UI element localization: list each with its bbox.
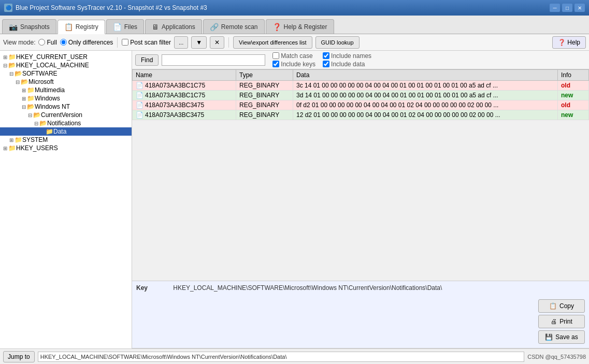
detail-actions: 📋 Copy 🖨 Print 💾 Save as: [538, 299, 585, 344]
cell-name: 📄418A073AA3BC1C75: [133, 91, 236, 100]
folder-icon-windows-nt: 📂: [27, 103, 35, 110]
expand-hku[interactable]: ⊞: [2, 145, 8, 151]
tree-item-notifications[interactable]: ⊟ 📂 Notifications: [0, 119, 132, 127]
minimize-button[interactable]: ─: [550, 4, 560, 12]
folder-icon-system: 📁: [15, 136, 22, 143]
tab-help-register[interactable]: ❓ Help & Register: [266, 19, 334, 34]
filter-button[interactable]: ▼: [191, 36, 207, 49]
table-row[interactable]: 📄418A073AA3BC3475REG_BINARY12 d2 01 00 0…: [133, 110, 589, 120]
tree-item-multimedia[interactable]: ⊞ 📁 Multimedia: [0, 86, 132, 94]
find-button[interactable]: Find: [135, 54, 159, 66]
find-options-right: Include names Include data: [323, 52, 371, 68]
post-scan-filter-checkbox[interactable]: Post scan filter: [122, 39, 171, 46]
save-as-button[interactable]: 💾 Save as: [538, 330, 585, 344]
snapshots-icon: 📷: [9, 23, 18, 31]
tree-item-microsoft[interactable]: ⊟ 📂 Microsoft: [0, 78, 132, 86]
post-scan-filter-input[interactable]: [122, 39, 128, 46]
tree-item-system[interactable]: ⊞ 📁 SYSTEM: [0, 136, 132, 144]
expand-windows[interactable]: ⊞: [21, 95, 27, 101]
save-icon: 💾: [545, 333, 553, 341]
files-icon: 📄: [113, 23, 122, 31]
expand-system[interactable]: ⊞: [8, 137, 15, 143]
toolbar: View mode: Full Only differences Post sc…: [0, 34, 589, 51]
help-icon: ❓: [558, 39, 566, 46]
radio-only-differences-input[interactable]: [60, 39, 67, 46]
guid-lookup-button[interactable]: GUID lookup: [315, 36, 360, 49]
tree-item-hkcu[interactable]: ⊞ 📁 HKEY_CURRENT_USER: [0, 53, 132, 61]
remote-scan-icon: 🔗: [210, 23, 219, 31]
detail-key-label: Key: [136, 284, 167, 292]
include-data-checkbox[interactable]: [323, 61, 329, 67]
expand-microsoft[interactable]: ⊟: [15, 79, 21, 85]
main-content: ⊞ 📁 HKEY_CURRENT_USER ⊟ 📂 HKEY_LOCAL_MAC…: [0, 51, 589, 348]
close-button[interactable]: ✕: [574, 4, 585, 12]
match-case-checkbox[interactable]: [272, 52, 279, 59]
expand-hklm[interactable]: ⊟: [2, 62, 8, 68]
cell-data: 12 d2 01 00 00 00 00 00 04 00 04 00 01 0…: [293, 110, 558, 120]
separator-1: [117, 37, 118, 48]
folder-icon-hku: 📁: [8, 144, 16, 152]
radio-only-differences[interactable]: Only differences: [60, 39, 113, 46]
include-names-option[interactable]: Include names: [323, 52, 371, 60]
tree-item-software[interactable]: ⊟ 📂 SOFTWARE: [0, 69, 132, 78]
cell-data: 3c 14 01 00 00 00 00 00 04 00 04 00 01 0…: [293, 81, 558, 91]
table-row[interactable]: 📄418A073AA3BC3475REG_BINARY0f d2 01 00 0…: [133, 100, 589, 110]
post-scan-filter-dots-button[interactable]: ...: [174, 36, 188, 49]
tab-snapshots[interactable]: 📷 Snapshots: [2, 19, 56, 34]
expand-software[interactable]: ⊟: [8, 70, 15, 77]
folder-icon-windows: 📁: [27, 95, 35, 102]
include-data-option[interactable]: Include data: [323, 61, 371, 68]
tab-files[interactable]: 📄 Files: [106, 19, 144, 34]
col-header-name[interactable]: Name: [133, 70, 236, 81]
jump-to-button[interactable]: Jump to: [3, 351, 35, 362]
tree-item-currentversion[interactable]: ⊟ 📂 CurrentVersion: [0, 111, 132, 119]
tab-remote-scan[interactable]: 🔗 Remote scan: [203, 19, 265, 34]
include-keys-option[interactable]: Include keys: [272, 61, 315, 68]
include-names-checkbox[interactable]: [323, 52, 329, 59]
cell-data: 3d 14 01 00 00 00 00 00 04 00 04 00 01 0…: [293, 91, 558, 100]
right-panel: Find Match case Include keys Include nam…: [132, 51, 589, 348]
tree-item-data[interactable]: 📁 Data: [0, 127, 132, 136]
window-title: Blue Project Software SysTracer v2.10 - …: [16, 4, 207, 11]
view-export-button[interactable]: View\export differences list: [233, 36, 312, 49]
match-case-option[interactable]: Match case: [272, 52, 315, 60]
folder-icon-currentversion: 📂: [33, 111, 41, 119]
tree-item-windows-nt[interactable]: ⊟ 📂 Windows NT: [0, 103, 132, 111]
data-table: Name Type Data Info 📄418A073AA3BC1C75REG…: [132, 69, 589, 120]
tree-item-hklm[interactable]: ⊟ 📂 HKEY_LOCAL_MACHINE: [0, 61, 132, 69]
clear-filter-button[interactable]: ✕: [210, 36, 224, 49]
tree-item-windows[interactable]: ⊞ 📁 Windows: [0, 94, 132, 103]
data-table-container: Name Type Data Info 📄418A073AA3BC1C75REG…: [132, 69, 589, 281]
maximize-button[interactable]: □: [562, 4, 572, 12]
help-button[interactable]: ❓ Help: [552, 36, 586, 49]
col-header-info[interactable]: Info: [558, 70, 589, 81]
col-header-data[interactable]: Data: [293, 70, 558, 81]
cell-info: new: [558, 110, 589, 120]
expand-currentversion[interactable]: ⊟: [27, 112, 33, 118]
radio-full-input[interactable]: [38, 39, 45, 46]
tree-item-hku[interactable]: ⊞ 📁 HKEY_USERS: [0, 144, 132, 152]
expand-multimedia[interactable]: ⊞: [21, 87, 27, 93]
tab-applications[interactable]: 🖥 Applications: [145, 19, 202, 34]
tab-registry[interactable]: 📋 Registry: [58, 20, 105, 34]
table-row[interactable]: 📄418A073AA3BC1C75REG_BINARY3c 14 01 00 0…: [133, 81, 589, 91]
cell-info: old: [558, 100, 589, 110]
table-row[interactable]: 📄418A073AA3BC1C75REG_BINARY3d 14 01 00 0…: [133, 91, 589, 100]
expand-notifications[interactable]: ⊟: [33, 120, 39, 126]
col-header-type[interactable]: Type: [236, 70, 293, 81]
search-input[interactable]: [162, 54, 265, 66]
folder-icon-microsoft: 📂: [21, 78, 28, 85]
tree-panel: ⊞ 📁 HKEY_CURRENT_USER ⊟ 📂 HKEY_LOCAL_MAC…: [0, 51, 132, 348]
status-bar-text: CSDN @qq_57435798: [527, 354, 586, 360]
copy-button[interactable]: 📋 Copy: [538, 299, 585, 313]
cell-type: REG_BINARY: [236, 91, 293, 100]
title-bar: 🔵 Blue Project Software SysTracer v2.10 …: [0, 0, 589, 16]
copy-icon: 📋: [549, 302, 557, 310]
expand-data[interactable]: [39, 128, 46, 135]
radio-full[interactable]: Full: [38, 39, 56, 46]
include-keys-checkbox[interactable]: [272, 61, 279, 67]
clear-icon: ✕: [214, 39, 220, 46]
expand-windows-nt[interactable]: ⊟: [21, 104, 27, 110]
print-button[interactable]: 🖨 Print: [538, 315, 585, 328]
expand-hkcu[interactable]: ⊞: [2, 54, 8, 60]
